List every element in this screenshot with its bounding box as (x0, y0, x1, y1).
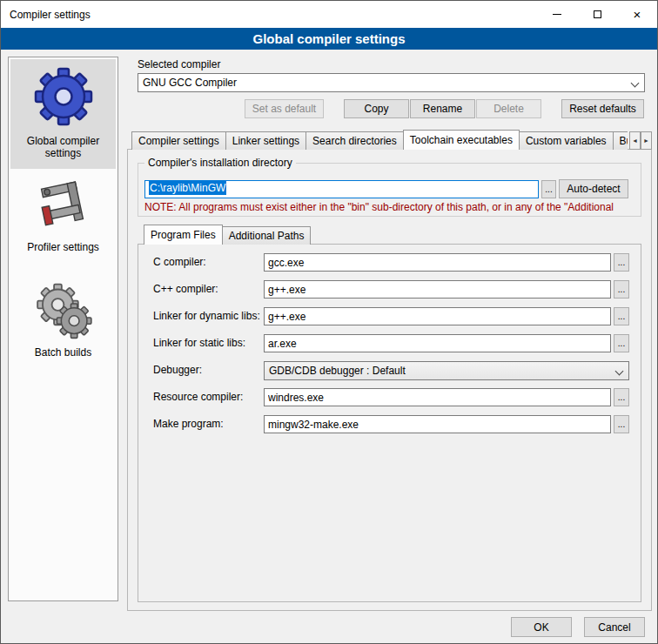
profiler-clamp-icon (34, 177, 93, 236)
linker-static-input[interactable] (264, 334, 611, 352)
field-label-resource-compiler: Resource compiler: (153, 391, 243, 403)
cpp-compiler-input[interactable] (264, 280, 611, 299)
linker-dynamic-input[interactable] (264, 307, 611, 325)
install-dir-browse-button[interactable]: ... (541, 180, 556, 198)
maximize-button[interactable] (577, 1, 617, 28)
tab-build-options[interactable]: Buil (613, 131, 628, 150)
delete-button: Delete (476, 99, 541, 118)
subtab-additional-paths[interactable]: Additional Paths (222, 226, 312, 245)
tab-toolchain-executables[interactable]: Toolchain executables (403, 130, 520, 150)
close-icon: × (634, 8, 641, 21)
install-dir-input[interactable]: C:\raylib\MinGW (144, 180, 539, 198)
selected-compiler-label: Selected compiler (138, 58, 220, 70)
debugger-select-value: GDB/CDB debugger : Default (269, 365, 406, 377)
sidebar-item-batch-builds[interactable]: Batch builds (10, 275, 116, 359)
reset-defaults-button[interactable]: Reset defaults (561, 99, 644, 118)
c-compiler-browse-button[interactable]: ... (614, 253, 629, 272)
close-button[interactable]: × (617, 1, 657, 28)
ok-button[interactable]: OK (511, 617, 572, 637)
field-label-debugger: Debugger: (153, 364, 202, 376)
set-as-default-button: Set as default (245, 99, 324, 118)
debugger-select[interactable]: GDB/CDB debugger : Default (264, 361, 629, 380)
gray-gears-icon (32, 279, 95, 341)
cancel-button[interactable]: Cancel (584, 617, 645, 637)
minimize-button[interactable] (537, 1, 577, 28)
tab-scroll-right-icon[interactable]: ► (641, 131, 652, 150)
tab-linker-settings[interactable]: Linker settings (225, 131, 306, 150)
sidebar-item-label: Profiler settings (27, 241, 99, 253)
compiler-select[interactable]: GNU GCC Compiler (138, 73, 645, 92)
field-label-linker-dynamic: Linker for dynamic libs: (153, 310, 260, 322)
field-label-c-compiler: C compiler: (153, 256, 206, 268)
sidebar: Global compiler settings Profiler settin… (8, 57, 118, 601)
window-title: Compiler settings (1, 9, 91, 21)
install-dir-selected-text: C:\raylib\MinGW (149, 181, 226, 195)
cpp-compiler-browse-button[interactable]: ... (614, 280, 629, 299)
install-dir-group-title: Compiler's installation directory (144, 157, 296, 169)
sidebar-item-profiler-settings[interactable]: Profiler settings (10, 172, 116, 256)
tab-search-directories[interactable]: Search directories (306, 131, 404, 150)
auto-detect-button[interactable]: Auto-detect (559, 179, 628, 198)
compiler-select-value: GNU GCC Compiler (143, 77, 237, 89)
main-tab-strip: Compiler settings Linker settings Search… (131, 130, 628, 150)
install-dir-note: NOTE: All programs must exist either in … (144, 201, 648, 213)
compiler-settings-dialog: Compiler settings × Global compiler sett… (0, 0, 658, 644)
subtab-program-files[interactable]: Program Files (144, 225, 223, 245)
titlebar: Compiler settings × (1, 1, 657, 28)
page-title-bar: Global compiler settings (1, 28, 657, 50)
rename-button[interactable]: Rename (410, 99, 475, 118)
chevron-down-icon (631, 79, 640, 88)
tab-scroll-left-icon[interactable]: ◄ (629, 131, 641, 150)
minimize-icon (553, 14, 561, 15)
tab-compiler-settings[interactable]: Compiler settings (131, 131, 226, 150)
resource-compiler-browse-button[interactable]: ... (614, 388, 629, 406)
sub-tab-strip: Program Files Additional Paths (144, 225, 310, 245)
sidebar-item-label: Batch builds (35, 346, 91, 359)
page-title: Global compiler settings (252, 31, 405, 46)
field-label-make-program: Make program: (153, 418, 224, 430)
blue-gear-icon (30, 64, 97, 130)
resource-compiler-input[interactable] (264, 388, 611, 406)
sidebar-item-global-compiler-settings[interactable]: Global compiler settings (10, 59, 116, 169)
make-program-input[interactable] (264, 415, 611, 433)
make-program-browse-button[interactable]: ... (614, 415, 629, 433)
copy-button[interactable]: Copy (344, 99, 409, 118)
field-label-linker-static: Linker for static libs: (153, 337, 245, 349)
linker-static-browse-button[interactable]: ... (614, 334, 629, 352)
linker-dynamic-browse-button[interactable]: ... (614, 307, 629, 325)
tab-custom-variables[interactable]: Custom variables (519, 131, 614, 150)
chevron-down-icon (615, 367, 624, 376)
maximize-icon (594, 10, 601, 18)
sidebar-item-label: Global compiler settings (10, 135, 116, 159)
field-label-cpp-compiler: C++ compiler: (153, 283, 218, 295)
window-controls: × (537, 1, 657, 28)
c-compiler-input[interactable] (264, 253, 611, 272)
